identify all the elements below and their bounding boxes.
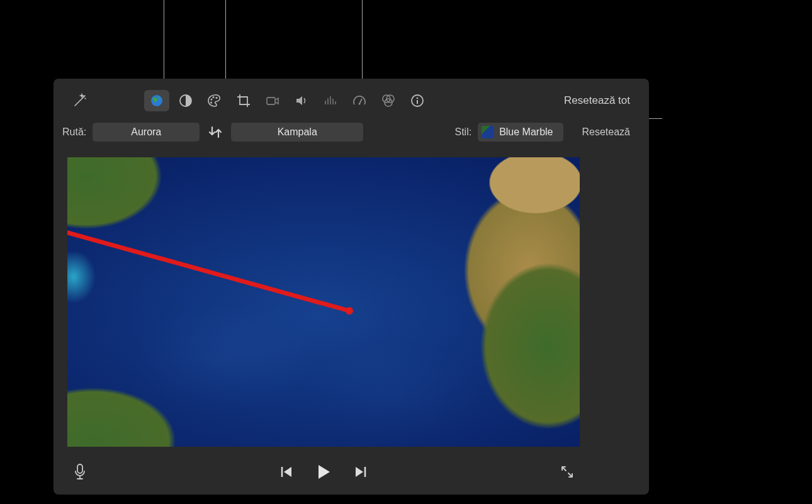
exposure-icon	[178, 93, 193, 108]
reset-style-button[interactable]: Resetează	[577, 124, 636, 140]
style-value: Blue Marble	[499, 126, 553, 138]
route-line	[67, 157, 580, 447]
palette-button[interactable]	[202, 90, 227, 111]
crop-button[interactable]	[231, 90, 256, 111]
magic-wand-icon	[72, 93, 87, 108]
volume-icon	[294, 93, 309, 108]
speed-button[interactable]	[347, 90, 372, 111]
svg-point-4	[216, 97, 218, 99]
adjust-toolbar: Resetează tot	[54, 79, 649, 115]
route-end-field[interactable]: Kampala	[231, 123, 363, 142]
camera-button[interactable]	[260, 90, 285, 111]
next-button[interactable]	[351, 462, 369, 481]
swap-arrows-icon	[208, 125, 223, 139]
svg-line-13	[67, 232, 349, 311]
swap-route-button[interactable]	[206, 123, 225, 142]
info-icon	[410, 93, 425, 108]
info-button[interactable]	[405, 90, 430, 111]
filters-icon	[380, 93, 397, 108]
play-button[interactable]	[314, 462, 333, 481]
svg-point-5	[210, 102, 212, 104]
microphone-button[interactable]	[67, 459, 93, 484]
svg-rect-15	[77, 464, 82, 473]
fullscreen-button[interactable]	[555, 459, 580, 484]
playback-controls	[278, 462, 369, 481]
magic-wand-button[interactable]	[67, 90, 93, 111]
camera-icon	[265, 93, 280, 108]
equalizer-icon	[323, 93, 338, 108]
style-picker[interactable]: Blue Marble	[478, 123, 563, 142]
globe-button[interactable]	[144, 90, 169, 111]
svg-point-14	[346, 307, 353, 315]
fullscreen-icon	[560, 464, 575, 479]
previous-icon	[280, 466, 294, 478]
crop-icon	[236, 93, 251, 108]
svg-point-3	[213, 96, 215, 98]
palette-icon	[206, 93, 223, 108]
next-icon	[353, 466, 367, 478]
svg-point-12	[417, 98, 419, 99]
route-start-field[interactable]: Aurora	[93, 123, 200, 142]
exposure-button[interactable]	[173, 90, 198, 111]
route-label: Rută:	[62, 126, 86, 138]
volume-button[interactable]	[289, 90, 314, 111]
globe-icon	[149, 93, 164, 108]
style-thumbnail-icon	[482, 126, 494, 138]
viewer-panel: Resetează tot Rută: Aurora Kampala Stil:…	[54, 79, 649, 495]
svg-point-7	[359, 103, 361, 105]
transport-bar	[67, 459, 580, 484]
previous-button[interactable]	[278, 462, 296, 481]
route-style-row: Rută: Aurora Kampala Stil: Blue Marble R…	[54, 115, 649, 145]
map-viewer[interactable]	[67, 157, 580, 447]
equalizer-button[interactable]	[318, 90, 343, 111]
svg-point-2	[211, 99, 213, 101]
microphone-icon	[74, 464, 86, 480]
filters-button[interactable]	[376, 90, 401, 111]
style-label: Stil:	[454, 126, 471, 138]
speedometer-icon	[352, 93, 367, 108]
play-icon	[316, 464, 331, 480]
svg-rect-6	[267, 98, 275, 104]
reset-all-button[interactable]: Resetează tot	[559, 92, 635, 109]
